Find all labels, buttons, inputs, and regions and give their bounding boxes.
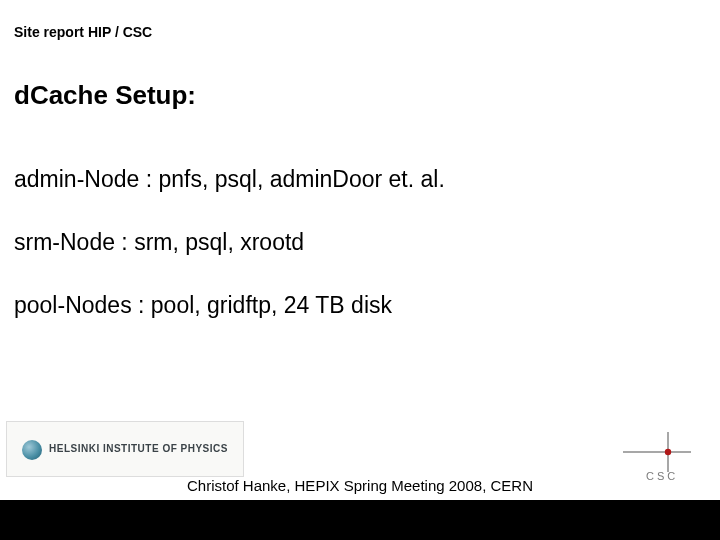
slide-body: admin-Node : pnfs, psql, adminDoor et. a… xyxy=(14,165,700,353)
hip-logo: HELSINKI INSTITUTE OF PHYSICS xyxy=(6,421,244,477)
body-line: pool-Nodes : pool, gridftp, 24 TB disk xyxy=(14,291,700,320)
body-line: srm-Node : srm, psql, xrootd xyxy=(14,228,700,257)
body-line: admin-Node : pnfs, psql, adminDoor et. a… xyxy=(14,165,700,194)
csc-cross-icon xyxy=(618,430,696,474)
bottom-bar xyxy=(0,500,720,540)
slide-header: Site report HIP / CSC xyxy=(14,24,152,40)
slide: Site report HIP / CSC dCache Setup: admi… xyxy=(0,0,720,540)
slide-title: dCache Setup: xyxy=(14,80,196,111)
slide-footer: Christof Hanke, HEPIX Spring Meeting 200… xyxy=(0,477,720,494)
hip-globe-icon xyxy=(22,440,42,460)
svg-point-2 xyxy=(665,449,671,455)
hip-logo-text: HELSINKI INSTITUTE OF PHYSICS xyxy=(49,443,228,454)
